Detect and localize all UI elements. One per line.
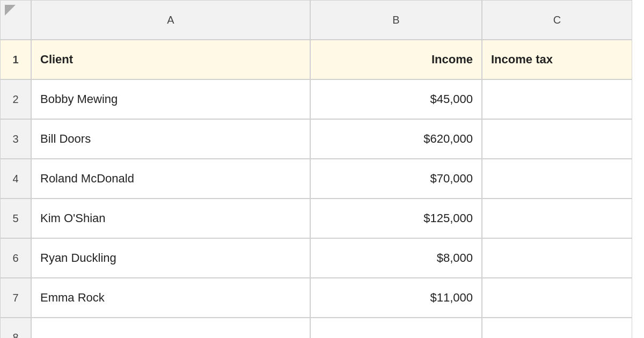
cell-7c[interactable] xyxy=(482,278,632,318)
row-number-7: 7 xyxy=(0,278,31,318)
row-number-6: 6 xyxy=(0,238,31,278)
cell-2c[interactable] xyxy=(482,79,632,119)
row-number-1: 1 xyxy=(0,40,31,79)
cell-3b[interactable]: $620,000 xyxy=(310,119,482,159)
cell-6b[interactable]: $8,000 xyxy=(310,238,482,278)
row-number-8: 8 xyxy=(0,318,31,338)
cell-5b[interactable]: $125,000 xyxy=(310,199,482,238)
cell-8a[interactable] xyxy=(31,318,310,338)
cell-7a[interactable]: Emma Rock xyxy=(31,278,310,318)
col-header-c: C xyxy=(482,0,632,40)
grid: A B C 1 Client Income Income tax 2 Bobby… xyxy=(0,0,644,338)
cell-6a[interactable]: Ryan Duckling xyxy=(31,238,310,278)
row-number-2: 2 xyxy=(0,79,31,119)
cell-2b[interactable]: $45,000 xyxy=(310,79,482,119)
row-number-3: 3 xyxy=(0,119,31,159)
corner-triangle-icon xyxy=(5,5,16,16)
cell-5a[interactable]: Kim O'Shian xyxy=(31,199,310,238)
col-header-b: B xyxy=(310,0,482,40)
cell-8c[interactable] xyxy=(482,318,632,338)
cell-8b[interactable] xyxy=(310,318,482,338)
cell-7b[interactable]: $11,000 xyxy=(310,278,482,318)
cell-1b[interactable]: Income xyxy=(310,40,482,79)
col-header-a: A xyxy=(31,0,310,40)
cell-4c[interactable] xyxy=(482,159,632,199)
cell-1a[interactable]: Client xyxy=(31,40,310,79)
cell-5c[interactable] xyxy=(482,199,632,238)
row-number-4: 4 xyxy=(0,159,31,199)
row-number-5: 5 xyxy=(0,199,31,238)
cell-1c[interactable]: Income tax xyxy=(482,40,632,79)
cell-2a[interactable]: Bobby Mewing xyxy=(31,79,310,119)
corner-cell xyxy=(0,0,31,40)
cell-3a[interactable]: Bill Doors xyxy=(31,119,310,159)
cell-6c[interactable] xyxy=(482,238,632,278)
cell-4a[interactable]: Roland McDonald xyxy=(31,159,310,199)
spreadsheet: A B C 1 Client Income Income tax 2 Bobby… xyxy=(0,0,644,338)
cell-3c[interactable] xyxy=(482,119,632,159)
cell-4b[interactable]: $70,000 xyxy=(310,159,482,199)
